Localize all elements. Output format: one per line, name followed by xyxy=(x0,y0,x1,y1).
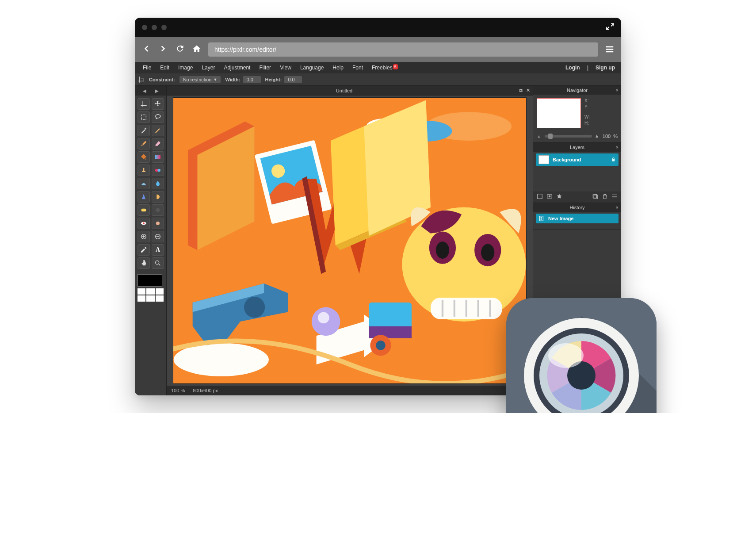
tab-next-icon[interactable]: ▶ xyxy=(155,88,159,93)
layer-menu-icon[interactable] xyxy=(611,193,618,201)
signup-link[interactable]: Sign up xyxy=(593,65,618,71)
tool-crop[interactable] xyxy=(137,98,150,110)
nav-home-button[interactable] xyxy=(191,44,202,55)
url-input[interactable]: https://pixlr.com/editor/ xyxy=(208,42,598,57)
menu-font[interactable]: Font xyxy=(348,65,367,71)
traffic-maximize[interactable] xyxy=(161,25,167,30)
menu-adjustment[interactable]: Adjustment xyxy=(219,65,255,71)
traffic-close[interactable] xyxy=(142,25,147,30)
svg-point-3 xyxy=(157,169,160,172)
pixlr-app-icon xyxy=(506,298,657,413)
tab-prev-icon[interactable]: ◀ xyxy=(143,88,146,93)
menu-filter[interactable]: Filter xyxy=(255,65,275,71)
tool-marquee[interactable] xyxy=(137,111,150,123)
svg-point-8 xyxy=(156,222,160,225)
layer-settings-icon[interactable] xyxy=(537,193,543,201)
tool-type[interactable]: A xyxy=(152,244,164,256)
nav-h-label: H: xyxy=(584,121,590,126)
tool-paint-bucket[interactable] xyxy=(137,151,150,163)
chevron-down-icon: ▼ xyxy=(213,77,217,82)
width-input[interactable]: 0.0 xyxy=(243,76,261,83)
tool-eraser[interactable] xyxy=(152,138,164,149)
tool-options-bar: Constraint: No restriction ▼ Width: 0.0 … xyxy=(135,73,621,86)
tool-bloat[interactable] xyxy=(137,231,150,242)
menu-image[interactable]: Image xyxy=(174,65,197,71)
layer-row[interactable]: Background xyxy=(536,153,619,166)
tool-wand[interactable] xyxy=(137,125,150,136)
new-layer-icon[interactable] xyxy=(592,193,598,201)
history-row[interactable]: New Image xyxy=(536,214,619,223)
tool-dodge[interactable] xyxy=(152,204,164,216)
tool-sponge[interactable] xyxy=(137,204,150,216)
close-doc-icon[interactable]: ✕ xyxy=(526,88,530,93)
swatch[interactable] xyxy=(137,288,145,295)
tool-smudge[interactable] xyxy=(152,191,164,203)
zoom-in-icon[interactable] xyxy=(595,134,600,139)
swatch[interactable] xyxy=(156,288,164,295)
navigator-zoom-value: 100 xyxy=(603,134,611,139)
swatch[interactable] xyxy=(146,288,154,295)
tool-draw[interactable] xyxy=(137,178,150,189)
tool-move[interactable] xyxy=(152,98,164,110)
browser-nav-bar: https://pixlr.com/editor/ xyxy=(135,37,621,62)
menu-view[interactable]: View xyxy=(275,65,296,71)
svg-point-37 xyxy=(318,312,329,324)
nav-forward-button[interactable] xyxy=(158,44,168,55)
menu-language[interactable]: Language xyxy=(296,65,328,71)
tool-hand[interactable] xyxy=(137,257,150,269)
navigator-close-icon[interactable]: × xyxy=(616,88,619,93)
menu-layer[interactable]: Layer xyxy=(197,65,219,71)
history-close-icon[interactable]: × xyxy=(616,205,619,210)
tool-pencil[interactable] xyxy=(152,125,164,136)
tool-blur[interactable] xyxy=(152,178,164,189)
menu-edit[interactable]: Edit xyxy=(156,65,174,71)
lock-icon[interactable] xyxy=(611,157,616,163)
tool-gradient[interactable] xyxy=(152,151,164,163)
document-title: Untitled xyxy=(169,88,519,93)
tool-brush[interactable] xyxy=(137,138,150,149)
browser-menu-icon[interactable] xyxy=(604,44,615,55)
canvas[interactable] xyxy=(173,97,527,384)
layers-close-icon[interactable]: × xyxy=(616,145,619,150)
login-link[interactable]: Login xyxy=(563,65,583,71)
tool-pinch[interactable] xyxy=(152,231,164,242)
svg-point-7 xyxy=(143,222,145,224)
swatch[interactable] xyxy=(146,295,154,302)
svg-point-31 xyxy=(244,297,265,318)
app-menu-bar: File Edit Image Layer Adjustment Filter … xyxy=(135,62,621,73)
nav-reload-button[interactable] xyxy=(175,44,185,55)
constraint-dropdown[interactable]: No restriction ▼ xyxy=(179,76,221,83)
layer-mask-icon[interactable] xyxy=(546,193,553,201)
height-input[interactable]: 0.0 xyxy=(284,76,302,83)
tool-zoom[interactable] xyxy=(152,257,164,269)
toolbox-tabs: ◀ ▶ xyxy=(135,86,166,96)
fullscreen-icon[interactable] xyxy=(606,23,614,33)
maximize-doc-icon[interactable]: ⧉ xyxy=(519,88,523,93)
width-label: Width: xyxy=(225,77,240,82)
swatch[interactable] xyxy=(137,295,145,302)
tool-sharpen[interactable] xyxy=(137,191,150,203)
layers-panel: Layers × Background xyxy=(533,143,621,203)
nav-back-button[interactable] xyxy=(141,44,152,55)
tool-clone-stamp[interactable] xyxy=(137,165,150,176)
tool-color-replace[interactable] xyxy=(152,165,164,176)
menu-freebies[interactable]: Freebies 5 xyxy=(367,65,397,71)
delete-layer-icon[interactable] xyxy=(602,193,608,201)
tool-lasso[interactable] xyxy=(152,111,164,123)
svg-point-49 xyxy=(548,343,584,368)
layer-thumbnail xyxy=(538,155,549,164)
svg-point-35 xyxy=(376,341,386,350)
navigator-zoom-slider[interactable] xyxy=(545,135,592,138)
navigator-thumbnail[interactable] xyxy=(537,98,581,128)
layer-styles-icon[interactable] xyxy=(556,193,562,201)
tool-spot-heal[interactable] xyxy=(152,218,164,229)
foreground-color[interactable] xyxy=(137,274,162,287)
tool-red-eye[interactable] xyxy=(137,218,150,229)
menu-file[interactable]: File xyxy=(138,65,156,71)
menu-help[interactable]: Help xyxy=(328,65,348,71)
tool-color-picker[interactable] xyxy=(137,244,150,256)
traffic-minimize[interactable] xyxy=(152,25,157,30)
new-image-icon xyxy=(538,215,545,222)
zoom-out-icon[interactable] xyxy=(537,134,542,139)
swatch[interactable] xyxy=(156,295,164,302)
